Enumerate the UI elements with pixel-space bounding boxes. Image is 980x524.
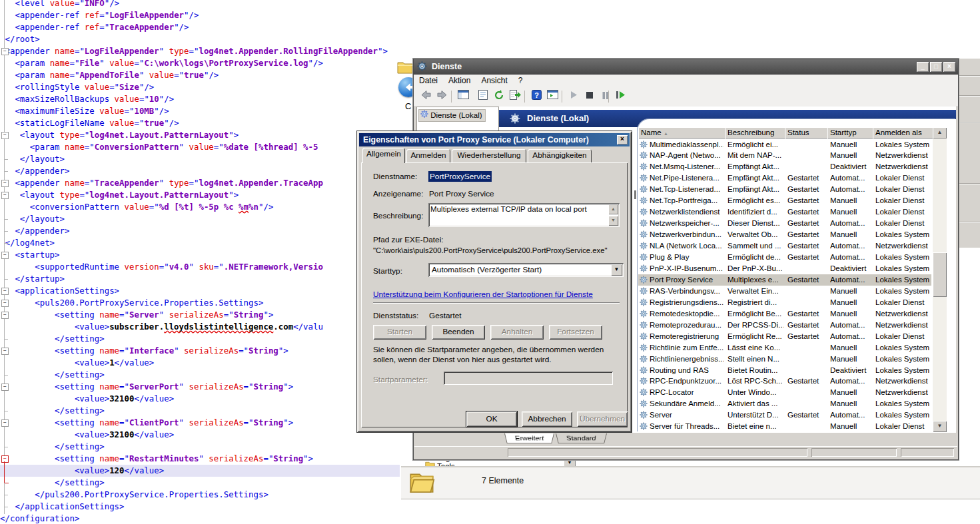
maximize-button[interactable]: □ [930, 62, 942, 72]
scroll-up-icon[interactable]: ▲ [608, 204, 618, 214]
code-line[interactable]: <setting name="RestartMinutes" serialize… [0, 453, 413, 465]
code-line[interactable]: <appender name="LogFileAppender" type="l… [0, 45, 413, 57]
table-row[interactable]: Remotedesktopdie...Ermöglicht Be...Gesta… [638, 308, 931, 320]
close-button[interactable]: × [943, 62, 955, 72]
scroll-up-icon[interactable]: ▲ [933, 127, 947, 138]
table-row[interactable]: Port Proxy ServiceMultiplexes e...Gestar… [638, 274, 931, 286]
code-line[interactable]: <appender name="TraceAppender" type="log… [0, 177, 413, 189]
ok-button[interactable]: OK [466, 411, 517, 427]
table-row[interactable]: NetzwerklistendienstIdentifiziert d...Ge… [638, 206, 931, 218]
show-action-pane-icon[interactable] [546, 90, 559, 103]
table-row[interactable]: PnP-X-IP-Busenum...Der PnP-X-Bu...Deakti… [638, 263, 931, 274]
view-tab-standard[interactable]: Standard [556, 433, 607, 443]
code-line[interactable]: <appender-ref ref="LogFileAppender"/> [0, 9, 413, 21]
column-header-1[interactable]: Beschreibung [725, 127, 787, 138]
back-icon[interactable] [419, 90, 432, 103]
tree-item-dienste-lokal[interactable]: Dienste (Lokal) [418, 109, 486, 122]
startparameter-input[interactable] [444, 372, 613, 385]
anzeigename-value[interactable]: Port Proxy Service [429, 189, 494, 198]
code-line[interactable]: <value>subscriber.lloydslistintelligence… [0, 321, 413, 333]
minimize-button[interactable]: _ [917, 62, 929, 72]
code-editor[interactable]: <level value="INFO"/> <appender-ref ref=… [0, 0, 413, 524]
pause-service-icon[interactable] [599, 90, 612, 103]
code-line[interactable]: </startup> [0, 273, 413, 285]
table-row[interactable]: NAP-Agent (Netwo...Mit dem NAP-...Manuel… [638, 150, 931, 161]
code-line[interactable]: <startup> [0, 249, 413, 261]
table-row[interactable]: ServerUnterstützt D...GestartetAutomat..… [638, 409, 931, 421]
code-line[interactable]: </setting> [0, 441, 413, 453]
code-line[interactable]: <param name="ConversionPattern" value="%… [0, 141, 413, 153]
table-row[interactable]: Plug & PlayErmöglicht de...GestartetAuto… [638, 252, 931, 263]
code-line[interactable]: </puls200.PortProxyService.Properties.Se… [0, 489, 413, 501]
code-line[interactable]: </log4net> [0, 237, 413, 249]
help-icon[interactable]: ? [530, 90, 543, 103]
column-header-3[interactable]: Starttyp [827, 127, 875, 138]
table-row[interactable]: Routing und RASBietet Routin...Deaktivie… [638, 365, 931, 376]
code-line[interactable]: <supportedRuntime version="v4.0" sku=".N… [0, 261, 413, 273]
code-line[interactable]: </configuration> [0, 513, 413, 524]
code-line[interactable]: <value>32100</value> [0, 393, 413, 405]
code-line[interactable]: <level value="INFO"/> [0, 0, 413, 9]
dialog-tab-allgemein[interactable]: Allgemein [362, 148, 405, 163]
dialog-close-button[interactable]: × [617, 135, 628, 144]
code-line[interactable]: <maxSizeRollBackups value="10"/> [0, 93, 413, 105]
view-tab-erweitert[interactable]: Erweitert [504, 433, 554, 443]
table-row[interactable]: Server für Threads...Bietet eine n...Man… [638, 421, 931, 432]
scrollbar-thumb[interactable] [933, 252, 947, 297]
code-line[interactable]: </root> [0, 33, 413, 45]
übernehmen-button[interactable]: Übernehmen [577, 411, 628, 427]
vertical-scrollbar[interactable]: ▲ ▼ [933, 127, 947, 432]
table-row[interactable]: RPC-LocatorUnter Windo...ManuellNetzwerk… [638, 387, 931, 398]
table-row[interactable]: RemoteregistrierungErmöglicht Re...Gesta… [638, 331, 931, 342]
table-row[interactable]: RAS-Verbindungsv...Verwaltet Ein...Manue… [638, 286, 931, 297]
stop-service-icon[interactable] [583, 90, 596, 103]
code-line[interactable]: <layout type="log4net.Layout.PatternLayo… [0, 129, 413, 141]
dialog-tab-abhängigkeiten[interactable]: Abhängigkeiten [528, 149, 592, 162]
menu-item-ansicht[interactable]: Ansicht [476, 75, 512, 87]
code-line[interactable]: </setting> [0, 369, 413, 381]
table-row[interactable]: Registrierungsdiens...Registriert di...M… [638, 297, 931, 308]
table-row[interactable]: RPC-Endpunktzuor...Löst RPC-Sch...Gestar… [638, 376, 931, 387]
services-window-titlebar[interactable]: Dienste _ □ × [414, 59, 958, 75]
code-line[interactable]: <setting name="ClientPort" serializeAs="… [0, 417, 413, 429]
table-row[interactable]: Richtlinie zum Entfe...Lässt eine Ko...M… [638, 342, 931, 354]
table-row[interactable]: Netzwerkverbindun...Verwaltet Ob...Gesta… [638, 229, 931, 240]
code-line[interactable]: </setting> [0, 477, 413, 489]
code-line[interactable]: <puls200.PortProxyService.Properties.Set… [0, 297, 413, 309]
code-line[interactable]: </applicationSettings> [0, 501, 413, 513]
table-row[interactable]: Net.Pipe-Listenera...Empfängt Akt...Gest… [638, 172, 931, 184]
code-line[interactable]: <staticLogFileName value="true"/> [0, 117, 413, 129]
table-row[interactable]: Sekundäre Anmeld...Aktiviert das ...Manu… [638, 398, 931, 409]
table-row[interactable]: Net.Msmq-Listener...Empfängt Akt...Deakt… [638, 161, 931, 172]
beenden-button[interactable]: Beenden [432, 325, 485, 340]
menu-item-help[interactable]: ? [513, 75, 528, 87]
code-line[interactable]: </appender> [0, 225, 413, 237]
code-line[interactable]: <conversionPattern value="%d [%t] %-5p %… [0, 201, 413, 213]
code-line[interactable]: <appender-ref ref="TraceAppender"/> [0, 21, 413, 33]
menu-item-aktion[interactable]: Aktion [443, 75, 476, 87]
code-line[interactable]: </layout> [0, 213, 413, 225]
code-line[interactable]: <setting name="ServerPort" serializeAs="… [0, 381, 413, 393]
table-row[interactable]: Richtlinienergebniss...Stellt einen N...… [638, 354, 931, 365]
scroll-down-icon[interactable]: ▼ [933, 421, 947, 432]
beschreibung-textbox[interactable]: Multiplexes external TCP/IP data on loca… [428, 203, 620, 227]
forward-icon[interactable] [435, 90, 448, 103]
dialog-tab-wiederherstellung[interactable]: Wiederherstellung [452, 149, 526, 162]
table-row[interactable]: NLA (Network Loca...Sammelt und ...Gesta… [638, 240, 931, 252]
code-line[interactable]: </setting> [0, 333, 413, 345]
menu-item-datei[interactable]: Datei [414, 75, 443, 87]
start-service-icon[interactable] [567, 90, 580, 103]
column-header-0[interactable]: Name ▲ [638, 127, 727, 138]
table-row[interactable]: Netzwerkspeicher-...Dieser Dienst...Gest… [638, 218, 931, 229]
table-row[interactable]: Multimediaklassenpl...Ermöglicht ei...Ma… [638, 139, 931, 150]
code-line[interactable]: <layout type="log4net.Layout.PatternLayo… [0, 189, 413, 201]
code-line[interactable]: </layout> [0, 153, 413, 165]
code-line[interactable]: <rollingStyle value="Size"/> [0, 81, 413, 93]
restart-service-icon[interactable] [614, 90, 627, 103]
table-row[interactable]: Net.Tcp-Listenerad...Empfängt Akt...Gest… [638, 184, 931, 195]
fortsetzen-button[interactable]: Fortsetzen [549, 325, 602, 340]
code-line[interactable]: <param name="AppendToFile" value="true"/… [0, 69, 413, 81]
combo-dropdown-icon[interactable]: ▼ [611, 264, 622, 276]
code-line[interactable]: </setting> [0, 405, 413, 417]
anhalten-button[interactable]: Anhalten [490, 325, 544, 340]
